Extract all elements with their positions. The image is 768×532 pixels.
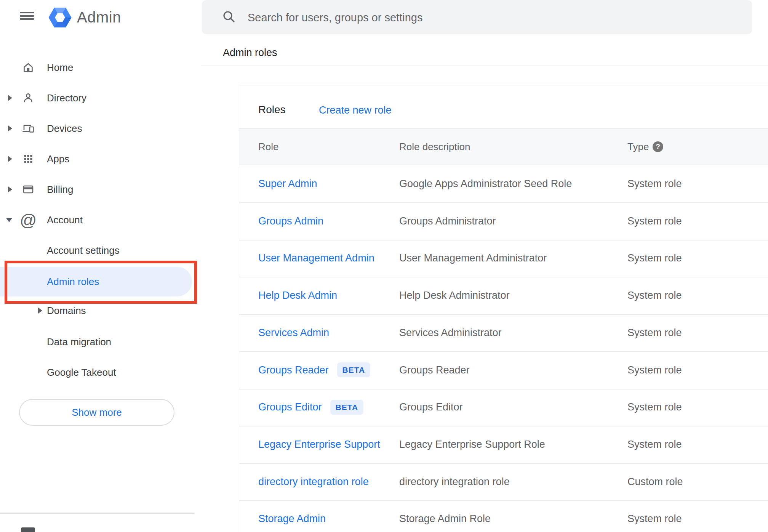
table-row: Legacy Enterprise SupportLegacy Enterpri…	[239, 426, 768, 464]
role-type: System role	[627, 388, 682, 426]
sidebar: Admin Home Directory Devices	[0, 0, 202, 532]
table-row: Groups ReaderBETAGroups ReaderSystem rol…	[239, 351, 768, 389]
table-row: Groups EditorBETAGroups EditorSystem rol…	[239, 388, 768, 426]
sidebar-item-account-settings[interactable]: Account settings	[0, 235, 198, 266]
sidebar-item-directory[interactable]: Directory	[0, 83, 198, 113]
role-description: Groups Reader	[399, 351, 470, 389]
sidebar-item-label: Apps	[47, 144, 69, 174]
beta-badge: BETA	[330, 400, 364, 415]
sidebar-item-label: Devices	[47, 113, 82, 144]
role-link[interactable]: User Management Admin	[258, 252, 374, 264]
search-input[interactable]	[247, 0, 736, 35]
sidebar-item-billing[interactable]: Billing	[0, 174, 198, 205]
role-description: Services Administrator	[399, 314, 502, 351]
role-type: System role	[627, 202, 682, 240]
role-type: System role	[627, 314, 682, 351]
sidebar-item-label: Domains	[47, 295, 86, 326]
apps-grid-icon	[22, 152, 35, 165]
sidebar-item-label: Account settings	[47, 235, 120, 266]
roles-card: Roles Create new role Role Role descript…	[239, 85, 768, 532]
role-cell: Groups Admin	[258, 202, 323, 240]
column-header-type: Type	[627, 129, 649, 165]
sidebar-item-label: Billing	[47, 174, 73, 205]
role-link[interactable]: Legacy Enterprise Support	[258, 439, 380, 450]
role-type: System role	[627, 426, 682, 463]
breadcrumb: Admin roles	[223, 44, 277, 61]
show-more-button[interactable]: Show more	[19, 399, 174, 426]
sidebar-item-google-takeout[interactable]: Google Takeout	[0, 357, 198, 388]
search-bar[interactable]	[202, 0, 752, 34]
table-row: Storage AdminStorage Admin RoleSystem ro…	[239, 500, 768, 532]
role-description: Storage Admin Role	[399, 500, 491, 532]
chevron-right-icon[interactable]	[8, 186, 12, 192]
role-cell: Groups EditorBETA	[258, 388, 363, 426]
role-description: directory integration role	[399, 463, 510, 500]
sidebar-item-label: Home	[47, 52, 73, 83]
chevron-right-icon[interactable]	[38, 308, 42, 314]
role-type: System role	[627, 500, 682, 532]
role-link[interactable]: Groups Admin	[258, 215, 323, 227]
role-link[interactable]: Groups Editor	[258, 401, 322, 413]
role-cell: Storage Admin	[258, 500, 326, 532]
role-description: Google Apps Administrator Seed Role	[399, 165, 572, 202]
role-cell: Services Admin	[258, 314, 329, 351]
role-cell: Legacy Enterprise Support	[258, 426, 380, 463]
role-link[interactable]: Storage Admin	[258, 513, 326, 524]
sidebar-item-label: Admin roles	[47, 267, 99, 296]
role-link[interactable]: Groups Reader	[258, 364, 329, 376]
sidebar-item-label: Data migration	[47, 327, 111, 357]
sidebar-item-home[interactable]: Home	[0, 52, 198, 83]
chevron-right-icon[interactable]	[8, 95, 12, 101]
sidebar-item-label: Directory	[47, 83, 86, 113]
table-row: Help Desk AdminHelp Desk AdministratorSy…	[239, 277, 768, 315]
role-cell: Super Admin	[258, 165, 317, 202]
sidebar-item-account[interactable]: @ Account	[0, 205, 198, 235]
content-divider	[201, 66, 768, 66]
table-row: Super AdminGoogle Apps Administrator See…	[239, 165, 768, 203]
role-cell: User Management Admin	[258, 239, 374, 277]
home-icon	[22, 61, 35, 74]
hamburger-menu-icon[interactable]	[20, 12, 34, 20]
table-row: Groups AdminGroups AdministratorSystem r…	[239, 202, 768, 240]
role-type: System role	[627, 351, 682, 389]
search-icon	[222, 10, 236, 24]
role-link[interactable]: Super Admin	[258, 178, 317, 189]
sidebar-item-domains[interactable]: Domains	[0, 295, 198, 326]
role-cell: Help Desk Admin	[258, 277, 337, 314]
role-description: User Management Administrator	[399, 239, 547, 277]
chevron-right-icon[interactable]	[8, 125, 12, 131]
admin-hexagon-logo	[48, 8, 72, 27]
column-header-role: Role	[258, 129, 278, 165]
partial-bottom-icon	[21, 527, 35, 532]
sidebar-item-data-migration[interactable]: Data migration	[0, 327, 198, 357]
credit-card-icon	[22, 183, 35, 196]
chevron-down-icon[interactable]	[6, 218, 12, 222]
role-type: Custom role	[627, 463, 683, 500]
devices-icon	[22, 122, 35, 135]
role-link[interactable]: Help Desk Admin	[258, 290, 337, 301]
app-title: Admin	[77, 0, 121, 34]
person-icon	[22, 91, 35, 104]
sidebar-item-devices[interactable]: Devices	[0, 113, 198, 144]
table-row: Services AdminServices AdministratorSyst…	[239, 314, 768, 352]
card-title: Roles	[258, 103, 286, 117]
chevron-right-icon[interactable]	[8, 156, 12, 162]
role-link[interactable]: directory integration role	[258, 476, 369, 487]
sidebar-item-admin-roles[interactable]: Admin roles	[0, 267, 192, 296]
sidebar-divider	[0, 513, 194, 514]
role-link[interactable]: Services Admin	[258, 327, 329, 338]
role-description: Groups Administrator	[399, 202, 496, 240]
table-header-row: Role Role description Type ?	[239, 128, 768, 165]
role-description: Help Desk Administrator	[399, 277, 510, 314]
role-type: System role	[627, 239, 682, 277]
at-sign-icon: @	[19, 211, 37, 229]
role-cell: directory integration role	[258, 463, 369, 500]
role-type: System role	[627, 165, 682, 202]
beta-badge: BETA	[337, 362, 371, 377]
role-cell: Groups ReaderBETA	[258, 351, 370, 389]
question-mark-help-icon[interactable]: ?	[653, 141, 663, 152]
sidebar-item-apps[interactable]: Apps	[0, 144, 198, 174]
role-description: Legacy Enterprise Support Role	[399, 426, 545, 463]
create-new-role-link[interactable]: Create new role	[319, 104, 392, 117]
sidebar-item-label: Google Takeout	[47, 357, 116, 388]
